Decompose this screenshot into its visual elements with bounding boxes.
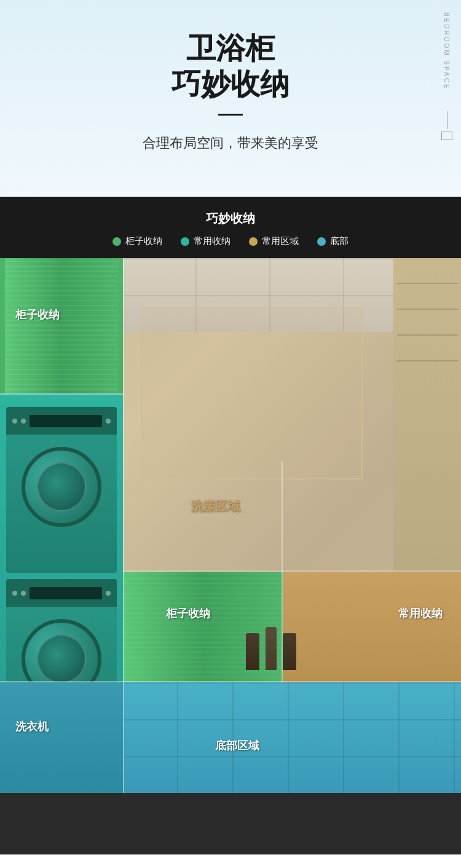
horiz-divider-lower [123,570,461,572]
washer-btn-5 [21,591,26,596]
zone-label-wash-area: 洗漾区域 [191,498,240,515]
label-text-bottom: 底部 [330,235,349,247]
dot-teal [181,237,189,246]
zone-label-cabinet-top: 柜子收纳 [15,307,60,322]
bottle-3 [283,633,296,670]
side-text: BEDROOM SPACE [443,12,450,90]
washer-drum-inner-top [37,462,86,511]
zone-label-lower-cabinet: 柜子收纳 [166,606,210,621]
bottle-2 [266,627,277,670]
zone-label-washer: 洗衣机 [15,719,49,734]
dot-green [112,237,121,246]
zone-label-common-storage: 常用收纳 [398,606,443,621]
label-text-common: 常用收纳 [194,235,230,247]
mirror-area [141,307,363,479]
lower-right-gold [283,572,461,682]
zone-label-bottom: 底部区域 [215,738,259,753]
label-item-bottom: 底部 [317,235,349,247]
washer-display-2 [30,587,102,599]
main-image-section: 柜子收纳 洗衣机 洗漾区域 柜子收纳 常用收纳 底部区域 [0,258,461,793]
bottom-left-area [0,682,123,793]
label-item-common: 常用收纳 [181,235,230,247]
label-text-cabinet: 柜子收纳 [125,235,162,247]
bottom-floor [123,682,461,793]
floor-tiles [123,682,461,793]
washer-display [30,415,102,427]
side-icon [441,111,452,140]
washer-panel-top [6,407,117,435]
horiz-divider-floor [0,681,461,682]
dot-yellow [249,237,258,246]
main-title: 卫浴柜 巧妙收纳 [171,31,290,101]
counter-items [246,627,296,670]
vert-divider [123,258,124,793]
header-section: BEDROOM SPACE 卫浴柜 巧妙收纳 合理布局空间，带来美的享受 [0,0,461,197]
dot-blue [317,237,326,246]
shelf-row-4 [397,360,458,361]
label-item-cabinet: 柜子收纳 [112,235,162,247]
washer-drum-inner-bottom [37,634,86,684]
washer-btn-1 [12,419,17,424]
washer-btn-4 [12,591,17,596]
sub-title: 合理布局空间，带来美的享受 [143,134,318,152]
washer-top [6,407,117,573]
label-text-area: 常用区域 [262,235,299,247]
labels-row: 柜子收纳 常用收纳 常用区域 底部 [12,235,449,247]
labels-section: 巧妙收纳 柜子收纳 常用收纳 常用区域 底部 [0,197,461,258]
washer-panel-bottom [6,579,117,607]
bottle-1 [246,633,259,670]
title-divider [218,114,243,116]
horiz-divider-upper [0,393,123,395]
shelf-row-1 [397,283,458,284]
shelf-row-2 [397,309,458,310]
label-item-area: 常用区域 [249,235,299,247]
washer-btn-2 [21,419,26,424]
washer-btn-6 [106,591,111,596]
shelf-row-3 [397,334,458,336]
washer-drum-top [22,447,101,527]
washer-btn-3 [106,419,111,424]
labels-title: 巧妙收纳 [12,210,449,227]
dark-bottom-section [0,793,461,854]
